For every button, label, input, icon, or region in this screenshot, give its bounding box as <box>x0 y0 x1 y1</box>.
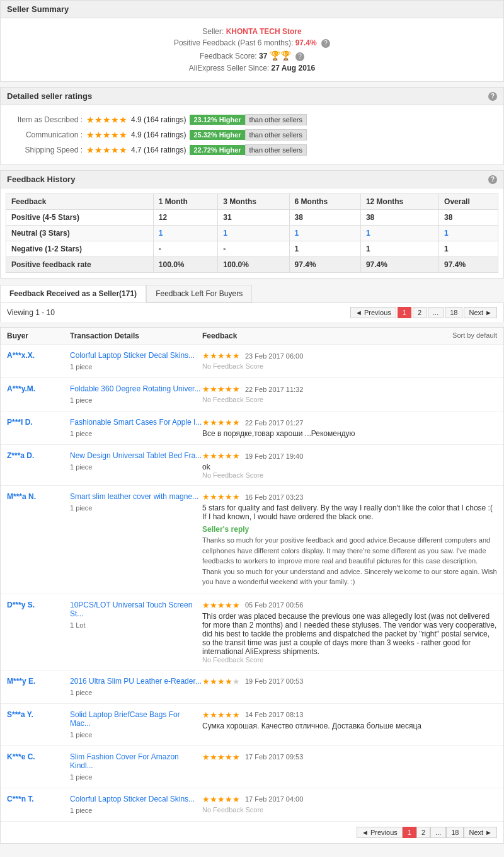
header-buyer: Buyer <box>7 331 70 340</box>
buyer-name[interactable]: M***y E. <box>7 677 70 686</box>
than-others: than other sellers <box>245 114 307 125</box>
feedback-col: ★★★★★ 17 Feb 2017 04:00 No Feedback Scor… <box>202 795 497 814</box>
feedback-text: Сумка хорошая. Качество отличное. Достав… <box>202 722 497 730</box>
feedback-date: 17 Feb 2017 04:00 <box>245 795 303 803</box>
pagination-page[interactable]: 2 <box>416 827 430 838</box>
feedback-row: C***n T. Colorful Laptop Sticker Decal S… <box>1 788 503 821</box>
feedback-col: ★★★★★ 23 Feb 2017 06:00 No Feedback Scor… <box>202 351 497 370</box>
quantity: 1 piece <box>70 731 92 739</box>
fh-row-cell: 100.0% <box>218 257 289 273</box>
pagination-page[interactable]: 1 <box>398 307 411 318</box>
pagination-page[interactable]: 18 <box>445 307 462 318</box>
transaction-link[interactable]: Smart slim leather cover with magne... <box>70 492 202 501</box>
fh-row-cell: 1 <box>289 241 360 257</box>
star-date: ★★★★★ 19 Feb 2017 00:53 <box>202 677 497 686</box>
feedback-date: 22 Feb 2017 01:27 <box>245 419 303 427</box>
transaction-link[interactable]: Colorful Laptop Sticker Decal Skins... <box>70 351 202 360</box>
feedback-tab-0[interactable]: Feedback Received as a Seller(171) <box>0 285 146 302</box>
feedback-date: 19 Feb 2017 19:40 <box>245 452 303 460</box>
feedback-row: D***y S. 10PCS/LOT Universal Touch Scree… <box>1 594 503 670</box>
buyer-name[interactable]: D***y S. <box>7 601 70 609</box>
quantity: 1 piece <box>70 396 92 404</box>
feedback-row: A***y.M. Foldable 360 Degree Rotating Un… <box>1 378 503 411</box>
transaction-col: Smart slim leather cover with magne... 1… <box>70 492 202 512</box>
quantity: 1 piece <box>70 689 92 696</box>
viewing-bar: Viewing 1 - 10 ◄ Previous12...18Next ► <box>0 302 504 322</box>
feedback-stars: ★★★★★ <box>202 451 240 461</box>
star-date: ★★★★★ 23 Feb 2017 06:00 <box>202 351 497 360</box>
transaction-col: 10PCS/LOT Universal Touch Screen St... 1… <box>70 601 202 630</box>
transaction-col: Slim Fashion Cover For Amazon Kindl... 1… <box>70 752 202 781</box>
buyer-name[interactable]: C***n T. <box>7 795 70 803</box>
transaction-link[interactable]: 2016 Ultra Slim PU Leather e-Reader... <box>70 677 202 686</box>
fh-col-header: 12 Months <box>360 194 438 210</box>
pagination-page[interactable]: 1 <box>403 827 416 838</box>
buyer-name[interactable]: A***x.X. <box>7 351 70 360</box>
feedback-history-info-icon[interactable]: ? <box>488 175 497 184</box>
buyer-name[interactable]: M***a N. <box>7 492 70 501</box>
feedback-stars: ★★★★★ <box>202 384 240 394</box>
transaction-link[interactable]: Solid Laptop BriefCase Bags For Mac... <box>70 710 202 728</box>
star-date: ★★★★★ 22 Feb 2017 01:27 <box>202 418 497 427</box>
pagination-page[interactable]: 18 <box>446 827 464 838</box>
aliexpress-since-row: AliExpress Seller Since: 27 Aug 2016 <box>7 64 497 72</box>
buyer-name[interactable]: K***e C. <box>7 752 70 761</box>
pagination-prev[interactable]: ◄ Previous <box>350 307 396 318</box>
detailed-ratings-info-icon[interactable]: ? <box>488 92 497 101</box>
detailed-ratings-title: Detailed seller ratings ? <box>1 88 503 105</box>
fh-row: Positive (4-5 Stars)1231383838 <box>6 210 498 226</box>
feedback-date: 19 Feb 2017 00:53 <box>245 677 303 685</box>
no-feedback-score: No Feedback Score <box>202 471 497 479</box>
pagination-next[interactable]: Next ► <box>464 827 497 838</box>
seller-name[interactable]: KHONTA TECH Store <box>226 27 302 36</box>
pagination-page[interactable]: 2 <box>413 307 427 318</box>
buyer-name[interactable]: A***y.M. <box>7 384 70 393</box>
transaction-link[interactable]: Foldable 360 Degree Rotating Univer... <box>70 384 202 393</box>
pagination-page[interactable]: ... <box>430 827 446 838</box>
fh-row-cell: 1 <box>153 226 217 241</box>
sort-label[interactable]: Sort by default <box>452 331 497 339</box>
seller-name-row: Seller: KHONTA TECH Store <box>7 27 497 36</box>
pagination-page[interactable]: ... <box>428 307 444 318</box>
fh-row: Neutral (3 Stars)11111 <box>6 226 498 241</box>
pagination-next[interactable]: Next ► <box>464 307 497 318</box>
transaction-link[interactable]: Colorful Laptop Sticker Decal Skins... <box>70 795 202 803</box>
positive-feedback-info-icon[interactable]: ? <box>321 39 330 48</box>
seller-label: Seller: <box>202 27 224 36</box>
feedback-stars: ★★★★★ <box>202 492 240 502</box>
transaction-link[interactable]: Slim Fashion Cover For Amazon Kindl... <box>70 752 202 770</box>
buyer-name[interactable]: Z***a D. <box>7 451 70 460</box>
pagination-prev[interactable]: ◄ Previous <box>357 827 403 838</box>
fh-row-cell: 97.4% <box>439 257 498 273</box>
feedback-row: M***a N. Smart slim leather cover with m… <box>1 486 503 594</box>
feedback-score-value: 37 <box>259 52 267 60</box>
feedback-list-header: Buyer Transaction Details Feedback Sort … <box>1 328 503 345</box>
positive-feedback-row: Positive Feedback (Past 6 months): 97.4%… <box>7 38 497 48</box>
quantity: 1 piece <box>70 504 92 512</box>
fh-col-header: Feedback <box>6 194 154 210</box>
feedback-col: ★★★★★ 19 Feb 2017 19:40 okNo Feedback Sc… <box>202 451 497 479</box>
no-feedback-score: No Feedback Score <box>202 806 497 814</box>
transaction-link[interactable]: Fashionable Smart Cases For Apple I... <box>70 418 202 427</box>
fh-row: Negative (1-2 Stars)--111 <box>6 241 498 257</box>
viewing-info: Viewing 1 - 10 <box>7 308 55 317</box>
fh-row-label: Positive (4-5 Stars) <box>6 210 154 226</box>
ratings-table: Item as Described : ★★★★★ 4.9 (164 ratin… <box>1 105 503 164</box>
feedback-history-body: Feedback1 Month3 Months6 Months12 Months… <box>1 188 503 278</box>
transaction-col: Foldable 360 Degree Rotating Univer... 1… <box>70 384 202 405</box>
quantity: 1 piece <box>70 773 92 781</box>
buyer-name[interactable]: S***a Y. <box>7 710 70 719</box>
fh-row-cell: 12 <box>153 210 217 226</box>
feedback-col: ★★★★★ 22 Feb 2017 01:27 Все в порядке,то… <box>202 418 497 438</box>
feedback-tab-1[interactable]: Feedback Left For Buyers <box>146 285 252 302</box>
fh-row-label: Positive feedback rate <box>6 257 154 273</box>
star-date: ★★★★★ 17 Feb 2017 09:53 <box>202 752 497 762</box>
fh-row: Positive feedback rate100.0%100.0%97.4%9… <box>6 257 498 273</box>
fh-row-cell: 31 <box>218 210 289 226</box>
buyer-name[interactable]: P***I D. <box>7 418 70 427</box>
transaction-link[interactable]: New Design Universal Tablet Bed Fra... <box>70 451 202 460</box>
transaction-link[interactable]: 10PCS/LOT Universal Touch Screen St... <box>70 601 202 618</box>
fh-col-header: 1 Month <box>153 194 217 210</box>
feedback-score-info-icon[interactable]: ? <box>295 52 304 61</box>
bottom-pagination: ◄ Previous12...18Next ► <box>1 821 503 843</box>
